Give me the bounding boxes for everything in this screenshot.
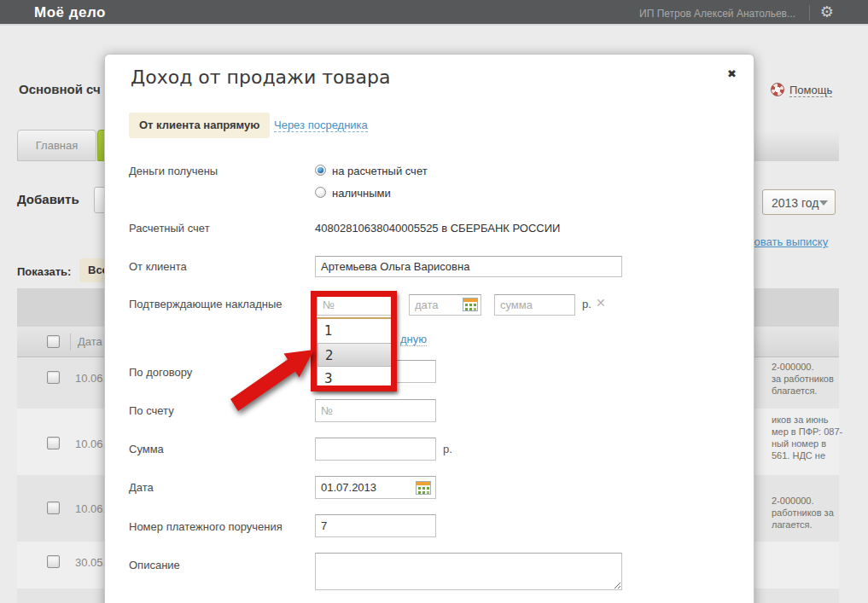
- account-name[interactable]: ИП Петров Алексей Анатольев...: [639, 8, 795, 20]
- bank-account-label: Расчетный счет: [129, 222, 210, 235]
- gear-icon[interactable]: ⚙: [820, 3, 834, 21]
- date-column-header: Дата: [78, 335, 102, 348]
- payment-number-input[interactable]: [315, 514, 436, 537]
- year-select[interactable]: 2013 год: [762, 189, 836, 215]
- invoices-label: Подтверждающие накладные: [129, 298, 283, 310]
- show-label: Показать:: [17, 265, 71, 278]
- chevron-down-icon: [819, 200, 828, 206]
- tab-main[interactable]: Главная: [17, 130, 96, 161]
- description-textarea[interactable]: [315, 553, 622, 590]
- add-label: Добавить: [17, 192, 79, 206]
- row-checkbox[interactable]: [47, 502, 60, 514]
- sum-label: Сумма: [129, 443, 164, 455]
- manual-entry-link-fragment[interactable]: дную: [400, 333, 427, 346]
- client-input[interactable]: [315, 256, 622, 277]
- calendar-icon[interactable]: [416, 481, 431, 495]
- calendar-icon[interactable]: [463, 298, 478, 311]
- row-description: 2-000000. работников за лагается.: [772, 495, 834, 531]
- annotation-highlight-rect: [311, 291, 397, 391]
- top-bar: Моё дело ИП Петров Алексей Анатольев... …: [0, 0, 868, 26]
- row-checkbox[interactable]: [47, 371, 60, 384]
- tab-via-intermediary[interactable]: Через посредника: [274, 119, 368, 132]
- row-description: 2-000000. за работников благается.: [772, 361, 834, 397]
- page-title: Основной сч: [19, 82, 101, 96]
- row-checkbox[interactable]: [47, 437, 60, 449]
- by-invoice-input[interactable]: [315, 399, 436, 422]
- radio-bank-account-label[interactable]: на расчетный счет: [332, 165, 428, 177]
- select-all-checkbox[interactable]: [47, 335, 60, 348]
- row-description: иков за июнь мер в ПФР: 087- ный номер в…: [772, 414, 842, 461]
- contract-label: По договору: [129, 366, 192, 379]
- import-statement-link[interactable]: ировать выписку: [742, 235, 828, 248]
- remove-row-icon[interactable]: ✕: [596, 296, 606, 310]
- radio-bank-account[interactable]: [315, 165, 326, 176]
- ruble-label: р.: [443, 443, 452, 455]
- column-divider: [70, 333, 71, 351]
- client-label: От клиента: [129, 260, 187, 273]
- radio-cash[interactable]: [315, 187, 326, 198]
- row-checkbox[interactable]: [47, 555, 60, 568]
- tab-from-client[interactable]: От клиента напрямую: [129, 113, 270, 138]
- app-canvas: Моё дело ИП Петров Алексей Анатольев... …: [0, 0, 868, 603]
- annotation-arrow-icon: [220, 338, 323, 419]
- invoice-sum-input[interactable]: [494, 294, 575, 316]
- radio-cash-label[interactable]: наличными: [332, 187, 391, 200]
- income-modal: Доход от продажи товара ✖ От клиента нап…: [104, 54, 754, 603]
- date-label: Дата: [129, 481, 154, 494]
- year-select-value: 2013 год: [772, 196, 818, 210]
- description-label: Описание: [129, 559, 180, 571]
- close-icon[interactable]: ✖: [727, 67, 737, 80]
- lifebuoy-icon: [771, 83, 784, 96]
- tab-bar-right: [744, 130, 839, 161]
- money-received-label: Деньги получены: [129, 165, 218, 177]
- payment-number-label: Номер платежного поручения: [129, 520, 283, 533]
- by-invoice-label: По счету: [129, 404, 174, 417]
- ruble-label: р.: [582, 298, 591, 310]
- topbar-separator: [809, 5, 810, 20]
- app-logo[interactable]: Моё дело: [34, 4, 106, 21]
- sum-input[interactable]: [315, 438, 436, 461]
- modal-title: Доход от продажи товара: [131, 67, 390, 88]
- help-link[interactable]: Помощь: [789, 84, 832, 97]
- bank-account-value: 40802810638040005525 в СБЕРБАНК РОССИИ: [315, 222, 560, 235]
